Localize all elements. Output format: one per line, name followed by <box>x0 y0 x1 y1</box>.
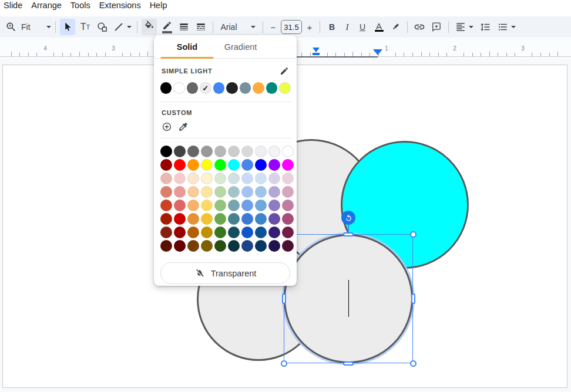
insert-line-button[interactable] <box>112 19 133 35</box>
color-swatch[interactable] <box>228 173 240 184</box>
color-swatch[interactable] <box>214 240 226 252</box>
line-spacing-button[interactable] <box>478 19 493 35</box>
zoom-button[interactable] <box>4 19 19 35</box>
color-swatch[interactable] <box>228 159 240 171</box>
align-button[interactable] <box>453 19 475 35</box>
color-swatch[interactable] <box>268 213 280 225</box>
color-swatch[interactable] <box>266 82 278 94</box>
handle-top-center[interactable] <box>343 232 354 236</box>
tab-gradient[interactable]: Gradient <box>214 35 267 58</box>
increase-font-size-button[interactable]: + <box>304 19 315 35</box>
color-swatch[interactable] <box>282 200 294 211</box>
add-comment-button[interactable] <box>429 19 444 35</box>
color-swatch[interactable] <box>201 240 213 252</box>
color-swatch[interactable] <box>282 227 294 238</box>
menu-item-tools[interactable]: Tools <box>70 0 90 11</box>
color-swatch[interactable] <box>228 186 240 198</box>
color-swatch[interactable] <box>279 82 291 94</box>
color-swatch[interactable] <box>255 173 267 184</box>
color-swatch[interactable] <box>282 213 294 225</box>
color-swatch[interactable] <box>201 159 213 171</box>
color-swatch[interactable] <box>214 200 226 211</box>
menu-item-arrange[interactable]: Arrange <box>31 0 62 11</box>
color-swatch[interactable] <box>160 240 172 252</box>
color-swatch[interactable] <box>174 240 186 252</box>
color-swatch[interactable] <box>255 240 267 252</box>
color-swatch[interactable] <box>214 227 226 238</box>
text-color-button[interactable]: A <box>371 19 387 35</box>
color-swatch[interactable] <box>241 227 253 238</box>
color-swatch[interactable] <box>160 173 172 184</box>
color-swatch[interactable] <box>201 146 213 157</box>
border-dash-button[interactable] <box>193 19 209 35</box>
color-swatch[interactable] <box>255 213 267 225</box>
menu-item-help[interactable]: Help <box>150 0 167 11</box>
font-family-select[interactable]: Arial <box>217 19 258 35</box>
color-swatch[interactable] <box>241 213 253 225</box>
color-swatch[interactable] <box>214 186 226 198</box>
color-swatch[interactable] <box>255 227 267 238</box>
color-swatch[interactable] <box>268 186 280 198</box>
color-swatch[interactable] <box>160 200 172 211</box>
color-swatch[interactable] <box>213 82 225 94</box>
color-swatch[interactable] <box>255 186 267 198</box>
transparent-button[interactable]: Transparent <box>160 262 290 284</box>
color-swatch[interactable]: ✓ <box>200 82 211 94</box>
color-swatch[interactable] <box>268 173 280 184</box>
color-swatch[interactable] <box>228 200 240 211</box>
indent-marker-left[interactable] <box>313 48 320 52</box>
color-swatch[interactable] <box>255 159 267 171</box>
italic-button[interactable]: I <box>340 19 355 35</box>
color-swatch[interactable] <box>187 146 199 157</box>
insert-link-button[interactable] <box>412 19 427 35</box>
color-swatch[interactable] <box>241 159 253 171</box>
color-swatch[interactable] <box>228 213 240 225</box>
select-tool-button[interactable] <box>60 19 75 35</box>
highlight-color-button[interactable] <box>388 19 403 35</box>
color-swatch[interactable] <box>174 159 186 171</box>
color-swatch[interactable] <box>268 240 280 252</box>
color-swatch[interactable] <box>201 227 213 238</box>
color-swatch[interactable] <box>160 213 172 225</box>
color-swatch[interactable] <box>240 82 251 94</box>
color-swatch[interactable] <box>255 200 267 211</box>
color-swatch[interactable] <box>201 173 213 184</box>
tab-solid[interactable]: Solid <box>160 35 214 58</box>
color-swatch[interactable] <box>282 240 294 252</box>
border-color-button[interactable] <box>159 19 174 35</box>
color-swatch[interactable] <box>282 159 294 171</box>
color-swatch[interactable] <box>187 173 199 184</box>
color-swatch[interactable] <box>226 82 238 94</box>
color-swatch[interactable] <box>255 146 267 157</box>
color-swatch[interactable] <box>268 200 280 211</box>
color-swatch[interactable] <box>228 227 240 238</box>
color-swatch[interactable] <box>187 240 199 252</box>
color-swatch[interactable] <box>282 186 294 198</box>
font-size-input[interactable]: 31.5 <box>281 20 302 34</box>
color-swatch[interactable] <box>174 213 186 225</box>
color-swatch[interactable] <box>201 200 213 211</box>
color-swatch[interactable] <box>228 146 240 157</box>
bold-button[interactable]: B <box>324 19 340 35</box>
color-swatch[interactable] <box>160 146 172 157</box>
edit-theme-colors-button[interactable] <box>280 66 289 76</box>
color-swatch[interactable] <box>174 146 186 157</box>
rotate-handle[interactable] <box>341 211 355 225</box>
handle-middle-right[interactable] <box>411 293 415 304</box>
color-swatch[interactable] <box>282 173 294 184</box>
handle-bottom-left[interactable] <box>281 360 287 367</box>
zoom-select[interactable]: Fit <box>21 19 51 35</box>
decrease-font-size-button[interactable]: − <box>267 19 279 35</box>
fill-color-button[interactable] <box>142 19 157 35</box>
color-swatch[interactable] <box>241 146 253 157</box>
color-swatch[interactable] <box>241 240 253 252</box>
color-swatch[interactable] <box>160 227 172 238</box>
color-swatch[interactable] <box>282 146 294 157</box>
handle-bottom-center[interactable] <box>343 361 354 366</box>
color-swatch[interactable] <box>187 200 199 211</box>
text-box-button[interactable]: TT <box>78 19 93 35</box>
color-swatch[interactable] <box>160 186 172 198</box>
color-swatch[interactable] <box>201 186 213 198</box>
color-swatch[interactable] <box>174 227 186 238</box>
color-swatch[interactable] <box>214 146 226 157</box>
